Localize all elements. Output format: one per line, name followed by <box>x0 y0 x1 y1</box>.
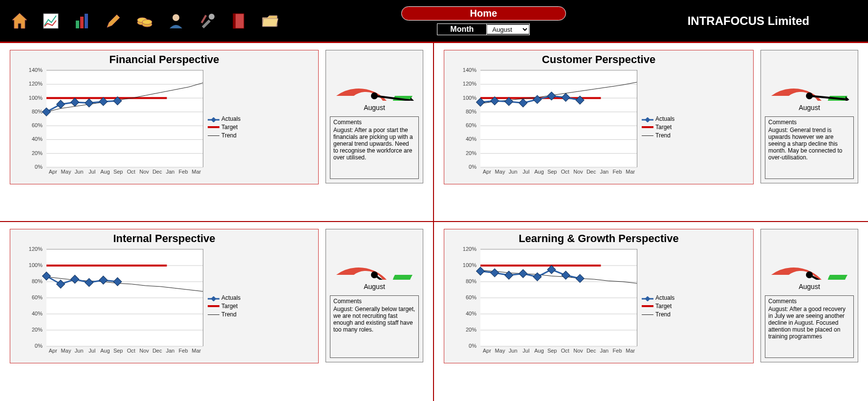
folder-icon[interactable] <box>260 11 280 31</box>
comments-text: August: After a poor start the financial… <box>333 127 413 161</box>
panel-title: Customer Perspective <box>444 53 753 66</box>
legend-trend: Trend <box>208 311 240 318</box>
quadrant-0: Financial Perspective0%20%40%60%80%100%1… <box>0 43 434 222</box>
quadrant-2: Internal Perspective0%20%40%60%80%100%12… <box>0 222 434 401</box>
quadrant-3: Learning & Growth Perspective0%20%40%60%… <box>434 222 868 401</box>
gauge-month-label: August <box>364 283 385 290</box>
chart-card: Internal Perspective0%20%40%60%80%100%12… <box>10 229 319 363</box>
month-select[interactable]: August <box>487 24 529 34</box>
legend-trend: Trend <box>642 132 674 139</box>
svg-point-96 <box>806 271 813 278</box>
plot-area <box>480 70 637 167</box>
svg-rect-87 <box>519 269 527 278</box>
gauge <box>765 233 853 282</box>
chart-legend: Actuals Target Trend <box>642 114 674 140</box>
home-icon[interactable] <box>10 11 29 31</box>
top-toolbar: Home Month August INTRAFOCUS Limited <box>0 0 868 43</box>
svg-rect-31 <box>211 117 216 122</box>
comments-box: CommentsAugust: General trend is upwards… <box>765 116 854 179</box>
gauge-month-label: August <box>364 104 385 111</box>
person-icon[interactable] <box>166 11 186 31</box>
chart-legend: Actuals Target Trend <box>208 293 240 319</box>
panel-title: Financial Perspective <box>10 53 318 66</box>
panel-title: Learning & Growth Perspective <box>444 232 753 245</box>
svg-rect-53 <box>645 117 650 122</box>
gauge-month-label: August <box>799 104 820 111</box>
legend-target: Target <box>208 124 240 131</box>
chart-card: Customer Perspective0%20%40%60%80%100%12… <box>444 50 754 184</box>
plot-area <box>480 249 637 346</box>
svg-rect-72 <box>211 296 216 301</box>
x-axis-labels: AprMayJunJulAugSepOctNovDecJanFebMar <box>480 169 637 175</box>
legend-actuals: Actuals <box>208 294 240 301</box>
chart-legend: Actuals Target Trend <box>208 114 240 140</box>
gauge <box>330 233 418 282</box>
svg-rect-3 <box>80 17 84 28</box>
tools-icon[interactable] <box>197 11 217 31</box>
x-axis-labels: AprMayJunJulAugSepOctNovDecJanFebMar <box>46 348 203 354</box>
comments-header: Comments <box>768 119 850 126</box>
svg-rect-91 <box>576 274 584 283</box>
legend-actuals: Actuals <box>208 115 240 122</box>
svg-rect-48 <box>533 95 542 104</box>
svg-rect-88 <box>533 273 542 281</box>
plot-area <box>46 70 203 167</box>
bar-chart-icon[interactable] <box>72 11 92 31</box>
company-name: INTRAFOCUS Limited <box>688 14 858 28</box>
month-label: Month <box>437 24 487 35</box>
svg-rect-27 <box>85 99 93 107</box>
y-axis-labels: 0%20%40%60%80%100%120% <box>28 249 44 346</box>
svg-point-9 <box>142 20 152 24</box>
side-card: AugustCommentsAugust: After a good recov… <box>760 229 858 362</box>
svg-rect-2 <box>76 21 79 28</box>
line-chart-icon[interactable] <box>41 11 61 31</box>
x-axis-labels: AprMayJunJulAugSepOctNovDecJanFebMar <box>46 169 203 175</box>
svg-rect-90 <box>562 271 570 279</box>
toolbar-icon-row <box>10 11 280 31</box>
comments-box: CommentsAugust: After a poor start the f… <box>330 116 419 179</box>
svg-point-34 <box>371 92 378 99</box>
chart-card: Financial Perspective0%20%40%60%80%100%1… <box>10 50 319 184</box>
svg-rect-85 <box>491 268 499 277</box>
x-axis-labels: AprMayJunJulAugSepOctNovDecJanFebMar <box>480 348 637 354</box>
panel-title: Internal Perspective <box>10 232 318 245</box>
plot-area <box>46 249 203 346</box>
side-card: AugustCommentsAugust: After a poor start… <box>326 50 423 183</box>
y-axis-labels: 0%20%40%60%80%100%120%140% <box>28 70 44 167</box>
comments-box: CommentsAugust: After a good recovery in… <box>765 295 854 358</box>
svg-rect-4 <box>85 14 88 28</box>
legend-target: Target <box>642 124 674 131</box>
gauge-month-label: August <box>799 283 820 290</box>
coins-icon[interactable] <box>135 11 154 31</box>
home-button[interactable]: Home <box>401 6 566 21</box>
comments-text: August: General trend is upwards however… <box>768 127 842 161</box>
comments-box: CommentsAugust: Generally below target, … <box>330 295 419 358</box>
dashboard-grid: Financial Perspective0%20%40%60%80%100%1… <box>0 43 868 401</box>
legend-actuals: Actuals <box>642 294 674 301</box>
comments-text: August: Generally below target, we are n… <box>333 306 415 333</box>
svg-rect-70 <box>113 278 122 286</box>
comments-header: Comments <box>333 298 415 305</box>
svg-marker-5 <box>107 15 120 27</box>
svg-point-56 <box>806 92 813 99</box>
comments-header: Comments <box>333 119 415 126</box>
y-axis-labels: 0%20%40%60%80%100%120%140% <box>462 70 478 167</box>
header-center: Home Month August <box>280 6 688 35</box>
svg-point-11 <box>209 14 215 20</box>
gauge <box>330 54 418 103</box>
svg-rect-93 <box>645 296 650 301</box>
side-card: AugustCommentsAugust: General trend is u… <box>760 50 858 183</box>
quadrant-1: Customer Perspective0%20%40%60%80%100%12… <box>434 43 868 222</box>
svg-marker-55 <box>845 96 849 101</box>
legend-actuals: Actuals <box>642 115 674 122</box>
svg-rect-68 <box>85 278 93 287</box>
gauge <box>765 54 853 103</box>
svg-rect-67 <box>71 275 79 284</box>
chart-card: Learning & Growth Perspective0%20%40%60%… <box>444 229 754 363</box>
legend-trend: Trend <box>642 311 674 318</box>
svg-rect-26 <box>71 98 79 107</box>
pencil-icon[interactable] <box>104 11 123 31</box>
notebook-icon[interactable] <box>229 11 248 31</box>
svg-marker-0 <box>12 13 27 28</box>
svg-rect-25 <box>57 100 65 109</box>
